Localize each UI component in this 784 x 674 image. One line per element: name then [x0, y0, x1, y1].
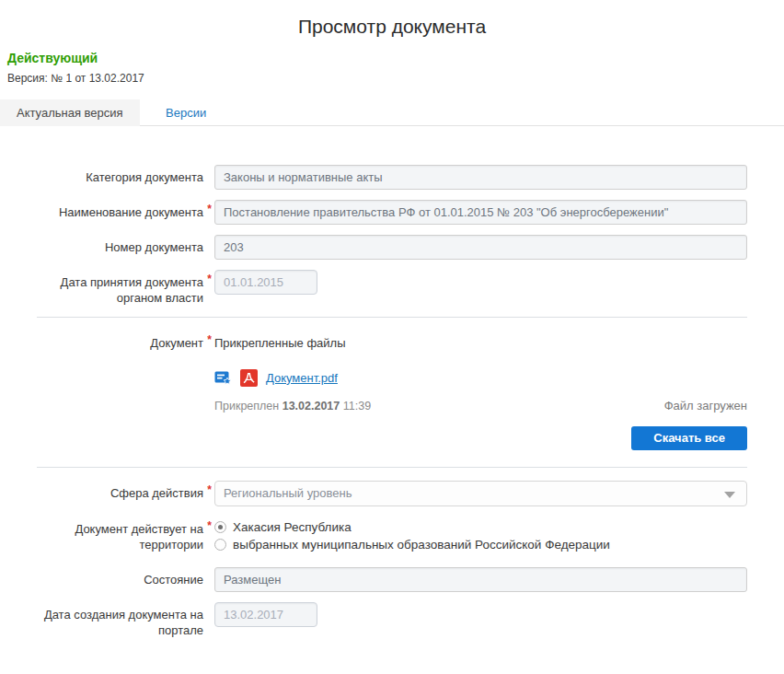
file-item: Документ.pdf [214, 369, 747, 387]
field-row-document-files: Документ* Прикрепленные файлы [0, 331, 747, 450]
state-input[interactable] [214, 567, 747, 592]
attached-date: 13.02.2017 [282, 400, 340, 413]
file-meta-row: Прикреплен 13.02.2017 11:39 Файл загруже… [214, 399, 747, 413]
pdf-icon [240, 369, 258, 387]
state-label: Состояние [0, 567, 214, 592]
document-view-form: Категория документа Наименование докумен… [0, 126, 784, 639]
page-title: Просмотр документа [0, 0, 784, 38]
field-row-state: Состояние [0, 567, 747, 592]
required-marker: * [207, 273, 212, 287]
field-row-adoption-date: Дата принятия документа органом власти* [0, 270, 747, 307]
created-date-label: Дата создания документа на портале [0, 602, 214, 639]
category-label: Категория документа [0, 165, 214, 190]
doc-name-input[interactable] [214, 200, 747, 225]
status-badge: Действующий [7, 51, 784, 65]
radio-checked-icon[interactable] [214, 521, 226, 533]
field-row-territory: Документ действует на территории* Хакаси… [0, 517, 747, 555]
doc-number-label: Номер документа [0, 235, 214, 260]
download-all-button[interactable]: Скачать все [631, 426, 747, 450]
upload-status: Файл загружен [664, 399, 747, 413]
required-marker: * [207, 519, 212, 534]
field-row-doc-number: Номер документа [0, 235, 747, 260]
territory-option-municipal[interactable]: выбранных муниципальных образований Росс… [214, 538, 747, 552]
document-label: Документ* [0, 331, 214, 450]
status-block: Действующий Версия: № 1 от 13.02.2017 [7, 51, 784, 85]
territory-label: Документ действует на территории* [0, 517, 214, 555]
attached-files-title: Прикрепленные файлы [214, 331, 747, 350]
field-row-doc-name: Наименование документа* [0, 200, 747, 225]
adoption-date-input[interactable] [214, 270, 317, 295]
doc-number-input[interactable] [214, 235, 747, 260]
chevron-down-icon [724, 492, 735, 498]
file-download-link[interactable]: Документ.pdf [266, 371, 338, 385]
tab-versions[interactable]: Версии [144, 99, 228, 126]
scope-select[interactable]: Региональный уровень [214, 481, 747, 506]
signature-icon[interactable] [214, 369, 232, 387]
tab-current-version[interactable]: Актуальная версия [0, 99, 140, 126]
required-marker: * [207, 203, 212, 217]
field-row-scope: Сфера действия* Региональный уровень [0, 481, 747, 506]
doc-name-label: Наименование документа* [0, 200, 214, 225]
created-date-input[interactable] [214, 602, 317, 627]
attached-info: Прикреплен 13.02.2017 11:39 [214, 400, 371, 413]
required-marker: * [207, 333, 212, 348]
version-info: Версия: № 1 от 13.02.2017 [7, 72, 784, 85]
category-input[interactable] [214, 165, 747, 190]
field-row-category: Категория документа [0, 165, 747, 190]
territory-radio-group: Хакасия Республика выбранных муниципальн… [214, 517, 747, 552]
field-row-created-date: Дата создания документа на портале [0, 602, 747, 639]
scope-selected-value: Региональный уровень [224, 486, 352, 500]
attached-time: 11:39 [343, 400, 371, 413]
territory-option-region[interactable]: Хакасия Республика [214, 520, 747, 534]
required-marker: * [207, 483, 212, 498]
adoption-date-label: Дата принятия документа органом власти* [0, 270, 214, 307]
tab-bar: Актуальная версия Версии [0, 99, 784, 126]
radio-unchecked-icon[interactable] [214, 539, 226, 551]
scope-label: Сфера действия* [0, 481, 214, 506]
